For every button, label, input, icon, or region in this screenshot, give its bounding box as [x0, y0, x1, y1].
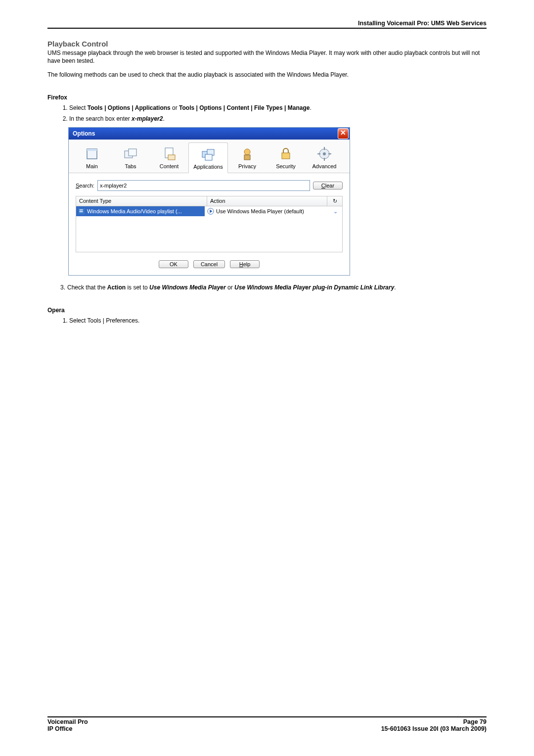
svg-rect-10 [244, 155, 250, 160]
wmp-playlist-icon [78, 208, 85, 215]
list-body: Windows Media Audio/Video playlist (... … [76, 206, 343, 252]
section-title: Playback Control [47, 40, 487, 48]
opera-step1: Select Tools | Preferences. [69, 317, 487, 325]
col-action[interactable]: Action [207, 196, 327, 206]
breadcrumb: Installing Voicemail Pro: UMS Web Servic… [358, 20, 487, 27]
svg-point-13 [323, 152, 326, 155]
dialog-titlebar: Options ✕ [69, 128, 350, 140]
chevron-down-icon: ⌄ [331, 208, 340, 215]
svg-rect-11 [282, 153, 290, 159]
svg-rect-20 [80, 211, 83, 212]
section-p1: UMS message playback through the web bro… [47, 49, 487, 65]
row-action-label: Use Windows Media Player (default) [216, 208, 304, 214]
help-button[interactable]: Help [230, 260, 260, 268]
svg-rect-5 [168, 155, 175, 160]
col-refresh-icon[interactable]: ↻ [327, 196, 342, 206]
wmp-icon [207, 208, 214, 215]
footer-left2: IP Office [47, 725, 381, 732]
tab-tabs-icon [111, 144, 150, 163]
tab-applications-icon [189, 145, 227, 164]
footer-left1: Voicemail Pro [47, 718, 381, 725]
svg-rect-1 [87, 149, 97, 151]
page-footer: Voicemail Pro IP Office Page 79 15-60106… [47, 716, 487, 732]
dialog-title: Options [73, 130, 95, 137]
list-header: Content Type Action ↻ [76, 196, 343, 206]
col-content-type[interactable]: Content Type [76, 196, 207, 206]
row-type-label: Windows Media Audio/Video playlist (... [87, 208, 182, 214]
tab-security-icon [267, 144, 305, 163]
cancel-button[interactable]: Cancel [193, 260, 225, 268]
options-dialog: Options ✕ Main [68, 127, 350, 276]
list-row-selected[interactable]: Windows Media Audio/Video playlist (... … [76, 206, 342, 216]
tab-content-icon [150, 144, 188, 163]
clear-button[interactable]: Clear [313, 182, 343, 189]
close-button[interactable]: ✕ [338, 128, 349, 139]
search-label: Search: [76, 183, 94, 189]
search-row: Search: Clear [76, 180, 343, 191]
tab-content[interactable]: Content [150, 142, 188, 173]
close-icon: ✕ [340, 129, 346, 137]
tab-tabs[interactable]: Tabs [111, 142, 150, 173]
firefox-steps: Select Tools | Options | Applications or… [47, 104, 487, 124]
section-p2: The following methods can be used to che… [47, 71, 487, 79]
action-dropdown[interactable]: Use Windows Media Player (default) ⌄ [205, 206, 342, 216]
tab-advanced-icon [305, 144, 344, 163]
svg-rect-19 [80, 210, 83, 211]
firefox-step2: In the search box enter x-mplayer2. [69, 115, 487, 123]
svg-point-9 [244, 149, 250, 155]
tab-main-icon [73, 144, 111, 163]
page-header: Installing Voicemail Pro: UMS Web Servic… [47, 20, 487, 29]
ok-button[interactable]: OK [159, 260, 188, 268]
tab-privacy-icon [228, 144, 267, 163]
tab-advanced[interactable]: Advanced [305, 142, 344, 173]
footer-right2: 15-601063 Issue 20l (03 March 2009) [381, 725, 487, 732]
firefox-step1: Select Tools | Options | Applications or… [69, 104, 487, 112]
tab-main[interactable]: Main [73, 142, 111, 173]
footer-right1: Page 79 [381, 718, 487, 725]
search-input[interactable] [97, 180, 310, 191]
dialog-tabs: Main Tabs Content [69, 140, 350, 173]
dialog-buttons: OK Cancel Help [69, 257, 350, 275]
tab-privacy[interactable]: Privacy [228, 142, 267, 173]
svg-rect-8 [205, 154, 212, 160]
opera-heading: Opera [47, 307, 487, 314]
tab-applications[interactable]: Applications [188, 142, 228, 173]
opera-steps: Select Tools | Preferences. [47, 317, 487, 325]
firefox-step3: 3.Check that the Action is set to Use Wi… [69, 284, 487, 292]
firefox-heading: Firefox [47, 94, 487, 101]
svg-rect-3 [129, 149, 136, 156]
tab-security[interactable]: Security [267, 142, 305, 173]
